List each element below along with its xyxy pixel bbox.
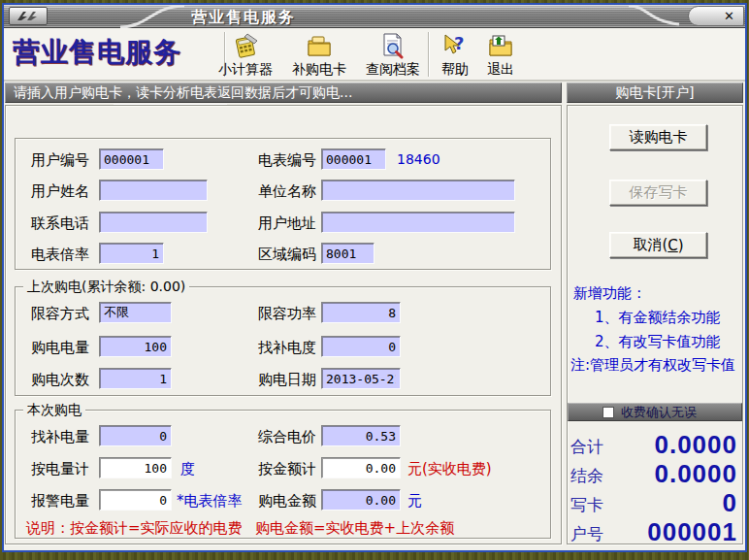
unit-price-field[interactable]	[321, 425, 401, 446]
amount-label: 购电金额	[258, 492, 316, 511]
by-energy-input[interactable]	[99, 457, 172, 478]
alarm-energy-label: 报警电量	[31, 492, 89, 511]
account-row: 户号 000001	[569, 517, 741, 546]
window-title: 营业售电服务	[191, 8, 296, 28]
limit-power-field[interactable]	[321, 302, 401, 323]
cancel-label-post: )	[678, 237, 684, 254]
view-archive-label: 查阅档案	[366, 61, 420, 79]
status-message-bar: 请插入用户购电卡，读卡分析电表返回数据后才可购电...	[5, 82, 562, 103]
offset-energy-field[interactable]	[99, 425, 172, 446]
offset-energy-label: 找补电量	[31, 428, 89, 446]
user-name-label: 用户姓名	[31, 182, 89, 201]
rebuy-card-label: 补购电卡	[292, 61, 346, 79]
account-label: 户号	[570, 523, 603, 545]
rebuy-card-button[interactable]: 补购电卡	[287, 30, 351, 80]
new-features-title: 新增功能：	[573, 284, 646, 303]
total-row: 合计 0.0000	[569, 430, 741, 459]
balance-label: 结余	[570, 465, 603, 487]
purchase-energy-label: 购电电量	[31, 339, 89, 357]
cancel-label-key: C	[668, 237, 677, 254]
phone-label: 联系电话	[31, 214, 89, 233]
user-id-field[interactable]	[99, 148, 164, 170]
offset-degree-field[interactable]	[321, 336, 401, 357]
limit-mode-label: 限容方式	[31, 305, 89, 323]
unit-price-label: 综合电价	[258, 428, 316, 446]
toolbar-separator-2	[428, 32, 430, 77]
card-folder-icon	[306, 30, 333, 59]
purchase-energy-field[interactable]	[99, 336, 172, 357]
status-message: 请插入用户购电卡，读卡分析电表返回数据后才可购电...	[14, 84, 352, 102]
new-features-line1: 1、有金额结余功能	[595, 309, 721, 327]
calculator-label: 小计算器	[218, 61, 273, 79]
right-panel-header: 购电卡[开户]	[567, 82, 743, 103]
help-icon: ?	[441, 30, 469, 59]
by-amount-suffix: 元(实收电费)	[407, 460, 492, 478]
confirm-label: 收费确认无误	[621, 404, 697, 421]
write-card-row: 写卡 0	[569, 488, 741, 517]
right-panel-title: 购电卡[开户]	[616, 84, 695, 102]
read-purchase-card-button[interactable]: 读购电卡	[609, 124, 707, 150]
titlebar-swoosh-right	[627, 5, 681, 28]
cancel-label-pre: 取消(	[633, 236, 668, 254]
purchase-date-label: 购电日期	[258, 371, 316, 389]
calculator-icon	[232, 30, 259, 59]
amount-suffix: 元	[407, 492, 422, 511]
total-value: 0.0000	[654, 430, 737, 460]
amount-field[interactable]	[321, 489, 401, 511]
last-purchase-group: 上次购电(累计余额: 0.00) 限容方式 限容功率 购电电量 找补电度 购电次…	[15, 286, 551, 396]
address-field[interactable]	[321, 212, 515, 233]
archive-search-icon	[380, 30, 406, 59]
write-card-value: 0	[723, 488, 737, 518]
current-purchase-group: 本次购电 找补电量 综合电价 按电量计 度 按金额计 元(实收电费) 报警电量 …	[15, 410, 551, 539]
limit-mode-field[interactable]	[99, 302, 172, 323]
by-amount-label: 按金额计	[258, 460, 316, 478]
org-name-field[interactable]	[321, 180, 515, 201]
area-code-label: 区域编码	[258, 246, 316, 264]
help-button[interactable]: ? 帮助	[434, 30, 476, 80]
exit-button[interactable]: 退出	[479, 30, 522, 80]
save-write-card-label: 保存写卡	[630, 183, 688, 202]
confirm-checkbox[interactable]	[602, 407, 614, 418]
exit-label: 退出	[487, 61, 514, 79]
app-title: 营业售电服务	[13, 34, 181, 71]
help-label: 帮助	[441, 61, 469, 79]
confirm-bar: 收费确认无误	[568, 403, 742, 421]
title-bar[interactable]: 营业售电服务 ✕	[4, 5, 745, 28]
save-write-card-button[interactable]: 保存写卡	[609, 180, 707, 206]
meter-id-aux: 18460	[397, 151, 440, 167]
user-name-field[interactable]	[99, 180, 208, 201]
org-name-label: 单位名称	[258, 182, 316, 201]
total-label: 合计	[570, 436, 603, 458]
toolbar: 营业售电服务 小计算器	[4, 28, 745, 82]
app-window: 营业售电服务 ✕ 营业售电服务	[2, 3, 747, 552]
offset-degree-label: 找补电度	[258, 339, 316, 357]
exit-icon	[487, 30, 514, 59]
purchase-date-field[interactable]	[321, 368, 401, 389]
close-button[interactable]: ✕	[688, 6, 744, 26]
new-features-line2: 2、有改写卡值功能	[595, 333, 721, 351]
purchase-count-field[interactable]	[99, 368, 172, 389]
last-purchase-title: 上次购电(累计余额: 0.00)	[23, 279, 189, 296]
current-purchase-title: 本次购电	[23, 402, 85, 419]
note-left: 说明：按金额计=实际应收的电费	[26, 519, 243, 538]
phone-field[interactable]	[99, 212, 208, 233]
alarm-energy-input[interactable]	[99, 489, 172, 511]
meter-ratio-field[interactable]	[99, 243, 164, 264]
limit-power-label: 限容功率	[258, 305, 316, 323]
read-purchase-card-label: 读购电卡	[630, 128, 688, 147]
admin-note: 注:管理员才有权改写卡值	[570, 356, 735, 375]
area-code-field[interactable]	[321, 243, 374, 264]
write-card-label: 写卡	[570, 494, 603, 516]
close-icon: ✕	[724, 10, 734, 22]
by-amount-input[interactable]	[321, 457, 401, 478]
view-archive-button[interactable]: 查阅档案	[361, 30, 425, 80]
calculator-button[interactable]: 小计算器	[213, 30, 277, 80]
account-value: 000001	[647, 517, 737, 547]
meter-id-field[interactable]	[321, 148, 386, 170]
meter-ratio-label: 电表倍率	[31, 246, 89, 264]
cancel-button[interactable]: 取消(C)	[609, 232, 707, 258]
address-label: 用户地址	[258, 214, 316, 233]
balance-value: 0.0000	[654, 459, 737, 489]
purchase-count-label: 购电次数	[31, 371, 89, 389]
note-right: 购电金额=实收电费+上次余额	[255, 519, 454, 538]
